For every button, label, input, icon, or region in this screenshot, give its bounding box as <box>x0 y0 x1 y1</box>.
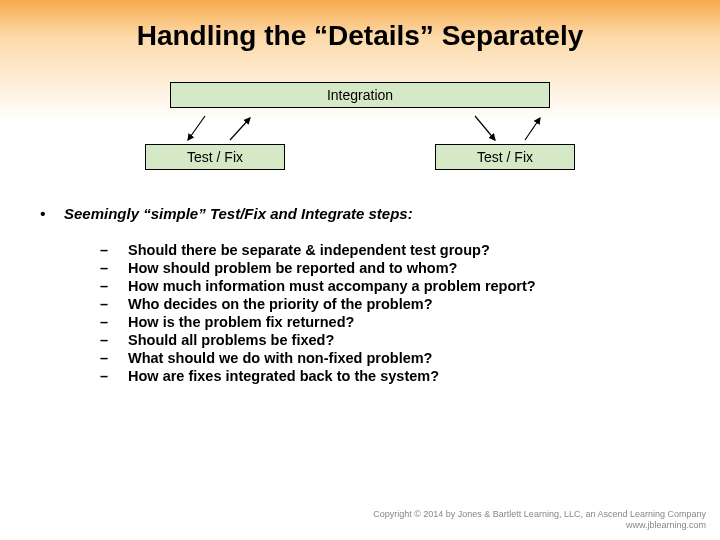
sub-bullet: –How should problem be reported and to w… <box>100 260 680 276</box>
testfix-box-left: Test / Fix <box>145 144 285 170</box>
arrow-pair-left <box>170 114 310 144</box>
svg-line-1 <box>230 118 250 140</box>
dash-icon: – <box>100 368 128 384</box>
dash-icon: – <box>100 296 128 312</box>
svg-line-2 <box>475 116 495 140</box>
sub-bullet: –How are fixes integrated back to the sy… <box>100 368 680 384</box>
copyright-text: Copyright © 2014 by Jones & Bartlett Lea… <box>373 509 706 521</box>
footer-url: www.jblearning.com <box>373 520 706 532</box>
dash-icon: – <box>100 260 128 276</box>
bullet-list: • Seemingly “simple” Test/Fix and Integr… <box>40 205 680 384</box>
sub-text: How are fixes integrated back to the sys… <box>128 368 439 384</box>
sub-text: Who decides on the priority of the probl… <box>128 296 433 312</box>
sub-text: How is the problem fix returned? <box>128 314 354 330</box>
dash-icon: – <box>100 314 128 330</box>
svg-line-0 <box>188 116 205 140</box>
arrows-left <box>170 114 310 144</box>
main-bullet-text: Seemingly “simple” Test/Fix and Integrat… <box>64 205 413 222</box>
sub-text: How should problem be reported and to wh… <box>128 260 457 276</box>
arrows-row <box>170 114 550 144</box>
sub-bullet-list: –Should there be separate & independent … <box>100 242 680 384</box>
main-bullet: • Seemingly “simple” Test/Fix and Integr… <box>40 205 680 222</box>
sub-text: Should all problems be fixed? <box>128 332 334 348</box>
sub-bullet: –How is the problem fix returned? <box>100 314 680 330</box>
sub-bullet: –How much information must accompany a p… <box>100 278 680 294</box>
sub-bullet: –What should we do with non-fixed proble… <box>100 350 680 366</box>
footer: Copyright © 2014 by Jones & Bartlett Lea… <box>373 509 706 532</box>
svg-line-3 <box>525 118 540 140</box>
dash-icon: – <box>100 242 128 258</box>
bullet-dot: • <box>40 205 64 222</box>
sub-text: What should we do with non-fixed problem… <box>128 350 432 366</box>
sub-bullet: –Should all problems be fixed? <box>100 332 680 348</box>
dash-icon: – <box>100 278 128 294</box>
sub-bullet: –Who decides on the priority of the prob… <box>100 296 680 312</box>
testfix-row: Test / Fix Test / Fix <box>145 144 575 170</box>
dash-icon: – <box>100 332 128 348</box>
arrow-pair-right <box>410 114 550 144</box>
sub-text: Should there be separate & independent t… <box>128 242 490 258</box>
integration-box: Integration <box>170 82 550 108</box>
dash-icon: – <box>100 350 128 366</box>
testfix-box-right: Test / Fix <box>435 144 575 170</box>
diagram: Integration <box>120 82 600 170</box>
slide-title: Handling the “Details” Separately <box>40 20 680 52</box>
slide-content: Handling the “Details” Separately Integr… <box>0 0 720 384</box>
sub-text: How much information must accompany a pr… <box>128 278 536 294</box>
arrows-right <box>410 114 550 144</box>
sub-bullet: –Should there be separate & independent … <box>100 242 680 258</box>
